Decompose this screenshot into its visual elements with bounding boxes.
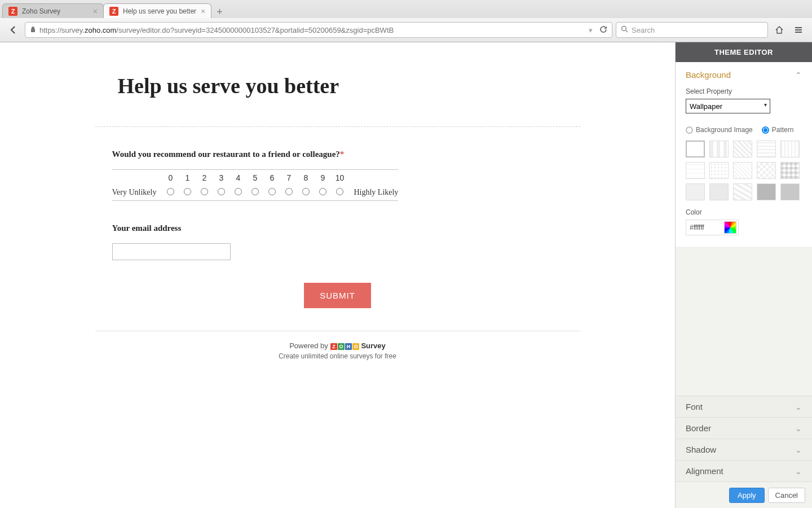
q-text-content: Would you recommend our restaurant to a … xyxy=(112,150,340,159)
pattern-swatch-11[interactable] xyxy=(686,183,705,200)
pattern-swatch-3[interactable] xyxy=(733,141,752,157)
color-label: Color xyxy=(686,208,802,216)
nps-radio-5[interactable] xyxy=(251,188,259,195)
url-text: https://survey.zoho.com/survey/editor.do… xyxy=(39,26,589,34)
nps-radio-7[interactable] xyxy=(285,188,293,195)
url-domain: zoho.com xyxy=(85,26,116,34)
nps-number: 8 xyxy=(297,173,314,182)
back-button[interactable] xyxy=(6,22,21,38)
accordion-title: Alignment xyxy=(686,466,723,476)
chevron-down-icon: ⌄ xyxy=(795,402,802,411)
accordion-font[interactable]: Font ⌄ xyxy=(676,396,812,417)
svg-point-0 xyxy=(622,27,626,31)
theme-editor-panel: THEME EDITOR Background ⌃ Select Propert… xyxy=(675,42,812,508)
url-prefix: https://survey. xyxy=(39,26,85,34)
survey-title: Help us serve you better xyxy=(118,73,580,98)
menu-button[interactable] xyxy=(791,22,806,38)
radio-checked-icon xyxy=(762,126,769,134)
radio-pattern[interactable]: Pattern xyxy=(762,126,794,134)
nps-radio-3[interactable] xyxy=(218,188,225,195)
footer-divider xyxy=(95,331,580,331)
pattern-swatch-5[interactable] xyxy=(780,141,800,157)
nps-radio-4[interactable] xyxy=(235,188,242,195)
pattern-swatch-1[interactable] xyxy=(686,141,705,157)
zoho-favicon-icon: Z xyxy=(8,7,17,16)
radio-background-image[interactable]: Background Image xyxy=(686,126,753,134)
radio-label: Pattern xyxy=(772,126,794,134)
browser-tab-active[interactable]: Z Help us serve you better × xyxy=(103,3,211,18)
theme-editor-header: THEME EDITOR xyxy=(676,42,812,62)
pattern-swatch-9[interactable] xyxy=(757,162,776,179)
search-bar[interactable]: Search xyxy=(616,22,768,38)
color-input-row: #ffffff xyxy=(686,220,739,235)
zoho-favicon-icon: Z xyxy=(109,7,118,16)
apply-button[interactable]: Apply xyxy=(729,488,765,503)
theme-editor-footer: Apply Cancel xyxy=(676,481,812,508)
home-button[interactable] xyxy=(771,22,787,38)
nps-number: 6 xyxy=(263,173,280,182)
color-picker-button[interactable] xyxy=(724,221,736,234)
select-property-label: Select Property xyxy=(686,87,802,95)
nps-radio-9[interactable] xyxy=(319,188,326,195)
accordion-header-background[interactable]: Background ⌃ xyxy=(686,70,802,80)
nps-number: 10 xyxy=(331,173,348,182)
pattern-swatch-2[interactable] xyxy=(709,141,729,157)
browser-tab[interactable]: Z Zoho Survey × xyxy=(2,3,104,18)
tab-title: Help us serve you better xyxy=(123,7,196,15)
hamburger-icon xyxy=(793,25,804,35)
chevron-down-icon: ⌄ xyxy=(795,424,802,433)
accordion-border[interactable]: Border ⌄ xyxy=(676,417,812,439)
bg-type-radios: Background Image Pattern xyxy=(686,126,802,134)
radio-label: Background Image xyxy=(696,126,753,134)
chevron-down-icon: ⌄ xyxy=(795,467,802,476)
brand-text: Survey xyxy=(361,341,385,350)
nps-radio-6[interactable] xyxy=(268,188,276,195)
nps-number: 4 xyxy=(230,173,246,182)
pattern-swatch-10[interactable] xyxy=(780,162,800,179)
cancel-button[interactable]: Cancel xyxy=(768,488,805,503)
nav-bar: https://survey.zoho.com/survey/editor.do… xyxy=(0,18,812,42)
nps-numbers-row: Very Unlikely 0 1 2 3 4 5 6 7 8 9 10 Hig… xyxy=(112,170,399,185)
pattern-swatch-4[interactable] xyxy=(757,141,776,157)
nps-radio-8[interactable] xyxy=(302,188,310,195)
color-value[interactable]: #ffffff xyxy=(686,224,724,231)
accordion-shadow[interactable]: Shadow ⌄ xyxy=(676,439,812,460)
pattern-swatch-12[interactable] xyxy=(709,183,729,200)
accordion-title: Shadow xyxy=(686,445,716,454)
pattern-swatch-8[interactable] xyxy=(733,162,752,179)
survey-preview: Help us serve you better Would you recom… xyxy=(0,42,675,508)
select-property-dropdown[interactable]: Wallpaper xyxy=(686,99,770,113)
lock-icon xyxy=(30,26,36,34)
dropdown-icon[interactable]: ▾ xyxy=(589,26,593,34)
new-tab-button[interactable]: + xyxy=(211,6,228,18)
nps-number: 2 xyxy=(196,173,213,182)
theme-accordion: Background ⌃ Select Property Wallpaper ▾… xyxy=(676,62,812,396)
nps-number: 0 xyxy=(162,173,179,182)
svg-line-1 xyxy=(626,30,628,32)
search-icon xyxy=(621,25,628,34)
reload-icon[interactable] xyxy=(599,25,607,35)
radio-icon xyxy=(686,126,693,134)
accordion-alignment[interactable]: Alignment ⌄ xyxy=(676,460,812,481)
close-icon[interactable]: × xyxy=(93,7,98,16)
pattern-swatch-6[interactable] xyxy=(686,162,705,179)
question-email: Your email address xyxy=(112,224,580,260)
nps-label-left: Very Unlikely xyxy=(112,188,162,197)
app-body: Help us serve you better Would you recom… xyxy=(0,42,812,508)
zoho-logo-icon: ZOHO xyxy=(330,341,359,350)
accordion-title: Background xyxy=(686,70,731,80)
close-icon[interactable]: × xyxy=(201,7,205,16)
url-bar[interactable]: https://survey.zoho.com/survey/editor.do… xyxy=(25,22,612,38)
submit-button[interactable]: SUBMIT xyxy=(304,283,371,308)
divider xyxy=(95,126,580,127)
pattern-swatch-13[interactable] xyxy=(733,183,752,200)
pattern-swatch-14[interactable] xyxy=(757,183,776,200)
nps-radio-10[interactable] xyxy=(336,188,343,195)
nps-radio-0[interactable] xyxy=(167,188,174,195)
question-nps: Would you recommend our restaurant to a … xyxy=(112,150,580,201)
nps-radio-2[interactable] xyxy=(201,188,208,195)
nps-radio-1[interactable] xyxy=(184,188,191,195)
pattern-swatch-7[interactable] xyxy=(709,162,729,179)
email-input[interactable] xyxy=(112,243,231,260)
pattern-swatch-15[interactable] xyxy=(780,183,800,200)
